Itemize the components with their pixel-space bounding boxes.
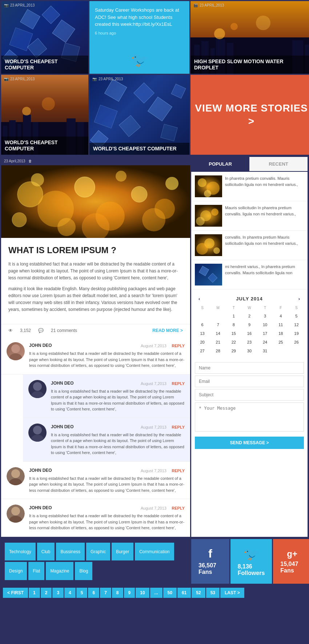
cal-day[interactable]: 21 <box>210 338 225 346</box>
comment-text: It is a long established fact that a rea… <box>29 351 185 369</box>
reply-button[interactable]: REPLY <box>172 344 185 348</box>
cal-day[interactable]: 5 <box>289 312 304 320</box>
cal-day[interactable]: 18 <box>273 329 288 337</box>
cal-day[interactable]: 11 <box>273 321 288 329</box>
comment-content: JOHN DEO August 7,2013 REPLY It is a lon… <box>51 380 185 412</box>
twitter-followers: 8,136 Followers <box>238 563 265 576</box>
first-page-button[interactable]: < FIRST <box>3 588 28 598</box>
sidebar-thumb <box>195 175 222 197</box>
cal-day[interactable]: 3 <box>258 312 273 320</box>
cal-day[interactable]: 16 <box>242 329 257 337</box>
page-button-61[interactable]: 61 <box>177 588 191 598</box>
card-water-droplet[interactable]: 🎬 23 APRIL,2013 HIGH SPEED SLOW MOTION W… <box>190 1 309 74</box>
cal-day[interactable]: 26 <box>289 338 304 346</box>
cal-day[interactable]: 25 <box>273 338 288 346</box>
reply-button[interactable]: REPLY <box>172 506 185 510</box>
message-textarea[interactable] <box>195 402 304 432</box>
page-button-7[interactable]: 7 <box>100 588 111 598</box>
comment-header: JOHN DEO August 7,2013 REPLY <box>29 467 185 474</box>
cal-day[interactable]: 4 <box>273 312 288 320</box>
tag-graphic[interactable]: Graphic <box>86 543 110 561</box>
tag-blog[interactable]: Blog <box>75 562 92 580</box>
tag-club[interactable]: Club <box>37 543 55 561</box>
tag-design[interactable]: Design <box>5 562 27 580</box>
cal-day[interactable]: 28 <box>210 347 225 355</box>
cal-day[interactable]: 13 <box>195 329 210 337</box>
card-world-cheapest-2[interactable]: 📷 23 APRIL,2013 WORLD'S CHEAPEST COMPUTE… <box>1 75 88 155</box>
article-title: WHAT IS LOREM IPSUM ? <box>8 245 183 255</box>
page-button-53[interactable]: 53 <box>206 588 220 598</box>
svg-point-17 <box>230 23 238 30</box>
twitter-social-card[interactable]: 🐦 8,136 Followers <box>230 539 272 584</box>
cal-day[interactable]: 30 <box>242 347 257 355</box>
cal-day[interactable]: 9 <box>242 321 257 329</box>
reply-button[interactable]: REPLY <box>172 381 185 386</box>
cal-day[interactable]: 23 <box>242 338 257 346</box>
card3-date: 🎬 23 APRIL,2013 <box>190 1 227 9</box>
cal-day[interactable]: 29 <box>226 347 241 355</box>
cal-day[interactable]: 12 <box>289 321 304 329</box>
cal-next-button[interactable]: › <box>297 296 302 301</box>
cal-day[interactable]: 19 <box>289 329 304 337</box>
svg-point-53 <box>9 353 22 360</box>
subject-input[interactable] <box>195 389 304 401</box>
bottom-row: Technology Club Bussiness Graphic Burger… <box>0 538 309 585</box>
google-card[interactable]: g+ 15,047 Fans <box>273 539 309 584</box>
page-button-10[interactable]: 10 <box>136 588 149 598</box>
cal-day[interactable]: 17 <box>258 329 273 337</box>
left-column: 23 April,2013 🗑 <box>1 157 190 537</box>
cal-day[interactable]: 20 <box>195 338 210 346</box>
page-button-6[interactable]: 6 <box>88 588 99 598</box>
page-button-50[interactable]: 50 <box>163 588 177 598</box>
twitter-card[interactable]: Saturday Career Workshops are back at AD… <box>89 1 189 74</box>
svg-point-45 <box>12 212 27 227</box>
page-button-9[interactable]: 9 <box>124 588 135 598</box>
svg-rect-35 <box>161 124 178 141</box>
cal-day[interactable]: 24 <box>258 338 273 346</box>
page-button-8[interactable]: 8 <box>112 588 123 598</box>
cal-day[interactable]: 2 <box>242 312 257 320</box>
cal-day[interactable]: 15 <box>226 329 241 337</box>
name-input[interactable] <box>195 362 304 374</box>
tag-magazine[interactable]: Magazine <box>46 562 73 580</box>
cal-day[interactable]: 1 <box>226 312 241 320</box>
cal-day[interactable]: 14 <box>210 329 225 337</box>
cal-day[interactable]: 10 <box>258 321 273 329</box>
view-more-stories[interactable]: VIEW MORE STORIES > <box>190 75 309 155</box>
send-message-button[interactable]: SEND MESSAGE > <box>195 437 304 449</box>
svg-point-52 <box>11 344 20 353</box>
card-world-cheapest-3[interactable]: 📷 23 APRIL,2013 WORLD'S CHEAPEST COMPUTE… <box>89 75 189 155</box>
email-input[interactable] <box>195 376 304 387</box>
tab-popular[interactable]: POPULAR <box>191 157 249 171</box>
page-button-3[interactable]: 3 <box>52 588 64 598</box>
tag-technology[interactable]: Technology <box>5 543 36 561</box>
tab-recent[interactable]: RECENT <box>249 157 308 171</box>
reply-button[interactable]: REPLY <box>172 425 185 429</box>
cal-day[interactable]: 27 <box>195 347 210 355</box>
cal-day-header: T <box>258 304 273 311</box>
cal-day[interactable]: 22 <box>226 338 241 346</box>
page-button-4[interactable]: 4 <box>64 588 76 598</box>
last-page-button[interactable]: LAST > <box>220 588 244 598</box>
cal-day[interactable]: 7 <box>210 321 225 329</box>
tag-communication[interactable]: Communication <box>135 543 174 561</box>
cal-day[interactable]: 6 <box>195 321 210 329</box>
facebook-card[interactable]: f 36,507 Fans <box>191 539 229 584</box>
sidebar-item-text: Mauris sollicitudin In pharetra pretium … <box>225 205 304 227</box>
cal-day-header: S <box>195 304 210 311</box>
svg-point-73 <box>196 217 205 226</box>
page-ellipsis[interactable]: ... <box>150 588 162 598</box>
page-button-2[interactable]: 2 <box>41 588 52 598</box>
card-world-cheapest-1[interactable]: 📷 23 APRIL,2013 WORLD'S CHEAPEST COMPUTE… <box>1 1 88 74</box>
tag-bussiness[interactable]: Bussiness <box>56 543 85 561</box>
cal-prev-button[interactable]: ‹ <box>197 296 202 301</box>
reply-button[interactable]: REPLY <box>172 469 185 473</box>
page-button-5[interactable]: 5 <box>76 588 88 598</box>
tag-burger[interactable]: Burger <box>112 543 133 561</box>
cal-day[interactable]: 31 <box>258 347 273 355</box>
cal-day[interactable]: 8 <box>226 321 241 329</box>
page-button-52[interactable]: 52 <box>192 588 205 598</box>
read-more-link[interactable]: READ MORE > <box>152 328 183 333</box>
tag-flat[interactable]: Flat <box>28 562 44 580</box>
page-button-1[interactable]: 1 <box>29 588 40 598</box>
